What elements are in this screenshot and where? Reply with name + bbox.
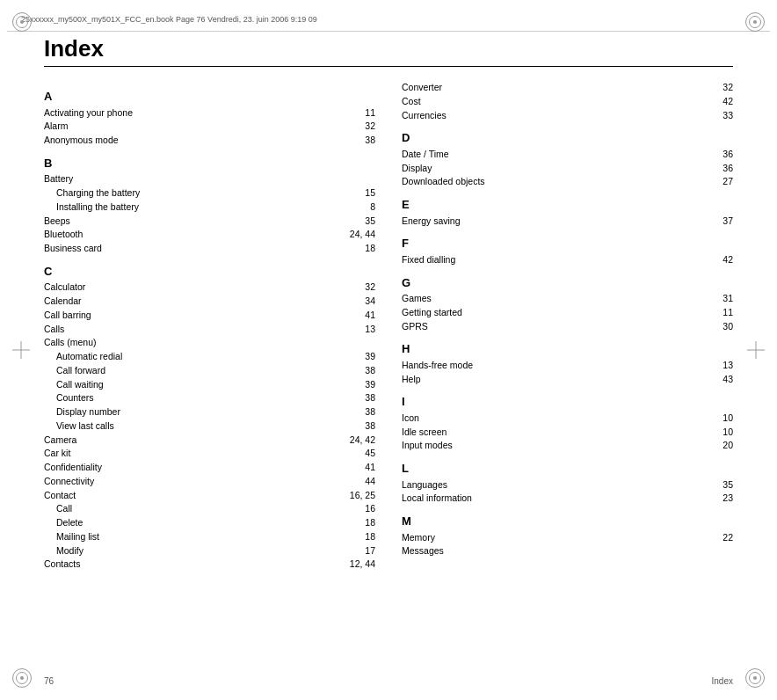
index-entry: Modify17 — [44, 544, 375, 558]
corner-mark-tl — [12, 12, 32, 32]
entry-number: 20 — [698, 439, 733, 453]
entry-number: 39 — [340, 378, 375, 392]
entry-label: Automatic redial — [44, 350, 340, 364]
index-entry: Bluetooth24, 44 — [44, 228, 375, 242]
entry-number: 35 — [340, 215, 375, 229]
entry-number: 22 — [698, 531, 733, 545]
index-entry: Display number38 — [44, 405, 375, 419]
entry-number: 11 — [698, 306, 733, 320]
index-entry: Fixed dialling42 — [402, 253, 733, 267]
entry-number: 17 — [340, 544, 375, 558]
entry-label: Calendar — [44, 295, 340, 309]
page-number-left: 76 — [44, 676, 54, 686]
entry-label: Calls — [44, 323, 340, 337]
letter-heading-b: B — [44, 155, 375, 172]
entry-label: Bluetooth — [44, 228, 340, 242]
letter-heading-a: A — [44, 88, 375, 106]
index-entry: Date / Time36 — [402, 148, 733, 162]
entry-number: 38 — [340, 419, 375, 434]
page-title: Index — [44, 35, 733, 67]
index-entry: Car kit45 — [44, 447, 375, 461]
entry-number: 32 — [340, 120, 375, 134]
index-entry: Memory22 — [402, 531, 733, 545]
index-entry: Idle screen10 — [402, 426, 733, 440]
entry-label: Display — [402, 162, 698, 176]
entry-label: Counters — [44, 391, 340, 405]
entry-number: 23 — [698, 492, 733, 506]
index-entry: Anonymous mode38 — [44, 134, 375, 148]
entry-label: Activating your phone — [44, 106, 340, 120]
header-text: 25xxxxxx_my500X_my501X_FCC_en.book Page … — [21, 15, 317, 24]
entry-label: Cost — [402, 95, 698, 109]
index-entry: Input modes20 — [402, 439, 733, 453]
letter-heading-i: I — [402, 393, 733, 411]
index-entry: Contacts12, 44 — [44, 558, 375, 572]
entry-number: 38 — [340, 391, 375, 405]
entry-label: Messages — [402, 544, 698, 558]
index-entry: Business card18 — [44, 242, 375, 256]
index-entry: Call barring41 — [44, 309, 375, 323]
entry-label: Display number — [44, 405, 340, 419]
entry-label: Alarm — [44, 120, 340, 134]
index-entry: Activating your phone11 — [44, 106, 375, 120]
letter-heading-l: L — [402, 460, 733, 478]
entry-label: Converter — [402, 81, 698, 95]
entry-label: Memory — [402, 531, 698, 545]
entry-label: Connectivity — [44, 475, 340, 489]
entry-label: Camera — [44, 434, 340, 448]
side-mark-left — [12, 341, 30, 359]
corner-mark-tr — [745, 12, 765, 32]
entry-label: Calls (menu) — [44, 336, 340, 350]
entry-number: 41 — [340, 309, 375, 323]
entry-label: Confidentiality — [44, 461, 340, 475]
entry-label: Downloaded objects — [402, 175, 698, 189]
index-entry: Energy saving37 — [402, 215, 733, 229]
entry-label: Mailing list — [44, 530, 340, 544]
entry-number: 44 — [340, 475, 375, 489]
letter-heading-c: C — [44, 263, 375, 281]
entry-number: 16, 25 — [340, 489, 375, 503]
entry-number: 38 — [340, 134, 375, 148]
entry-number: 45 — [340, 447, 375, 461]
entry-number: 18 — [340, 242, 375, 256]
entry-number: 30 — [698, 320, 733, 334]
entry-label: Call — [44, 502, 340, 516]
entry-number: 18 — [340, 530, 375, 544]
entry-label: Calculator — [44, 281, 340, 295]
right-column: Converter32Cost42Currencies33DDate / Tim… — [402, 81, 733, 572]
entry-number: 18 — [340, 516, 375, 530]
entry-number: 32 — [698, 81, 733, 95]
index-entry: Languages35 — [402, 478, 733, 492]
letter-heading-m: M — [402, 513, 733, 530]
entry-label: Delete — [44, 516, 340, 530]
entry-label: Call barring — [44, 309, 340, 323]
index-entry: Alarm32 — [44, 120, 375, 134]
corner-mark-bl — [12, 668, 32, 688]
entry-number: 36 — [698, 148, 733, 162]
entry-label: Local information — [402, 492, 698, 506]
letter-heading-g: G — [402, 274, 733, 292]
entry-label: Idle screen — [402, 426, 698, 440]
entry-number: 13 — [698, 359, 733, 373]
entry-label: Charging the battery — [44, 186, 340, 201]
index-entry: Currencies33 — [402, 109, 733, 123]
index-entry: Automatic redial39 — [44, 350, 375, 364]
index-entry: Call16 — [44, 502, 375, 516]
entry-number: 13 — [340, 323, 375, 337]
entry-label: Contact — [44, 489, 340, 503]
entry-label: Call forward — [44, 364, 340, 378]
index-entry: Contact16, 25 — [44, 489, 375, 503]
side-mark-right — [747, 341, 765, 359]
header-bar: 25xxxxxx_my500X_my501X_FCC_en.book Page … — [7, 7, 770, 32]
entry-label: Icon — [402, 412, 698, 426]
index-entry: Local information23 — [402, 492, 733, 506]
entry-number: 32 — [340, 281, 375, 295]
page-footer: 76 Index — [44, 676, 733, 686]
index-entry: Icon10 — [402, 412, 733, 426]
index-entry: View last calls38 — [44, 419, 375, 434]
entry-label: Installing the battery — [44, 201, 340, 215]
left-column: AActivating your phone11Alarm32Anonymous… — [44, 81, 375, 572]
index-entry: Beeps35 — [44, 215, 375, 229]
entry-number: 43 — [698, 373, 733, 387]
corner-mark-br — [745, 668, 765, 688]
